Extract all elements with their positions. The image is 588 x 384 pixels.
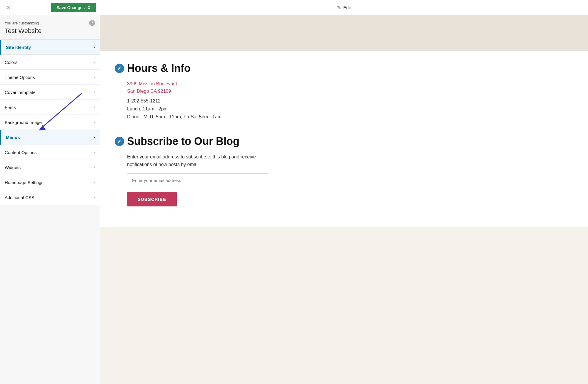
sidebar-item-label: Site Identity	[6, 45, 31, 50]
sidebar-item-widgets[interactable]: Widgets›	[0, 160, 100, 175]
chevron-right-icon: ›	[94, 75, 95, 80]
address-link[interactable]: 3999 Mission Boulevard, San Diego CA 921…	[127, 80, 573, 95]
sidebar-item-content-options[interactable]: Content Options›	[0, 145, 100, 160]
subscribe-button[interactable]: SUBSCRIBE	[127, 192, 177, 206]
pencil-icon	[117, 66, 122, 71]
customizing-text: You are customizing	[5, 21, 39, 25]
main-topbar: ✎ Edit	[100, 0, 588, 15]
nav-list: Site Identity›Colors›Theme Options›Cover…	[0, 40, 100, 205]
sidebar-item-site-identity[interactable]: Site Identity›	[0, 40, 100, 55]
sidebar-item-label: Menus	[6, 135, 20, 140]
sidebar-item-label: Content Options	[5, 150, 36, 155]
chevron-right-icon: ›	[94, 105, 95, 110]
sidebar-item-homepage-settings[interactable]: Homepage Settings›	[0, 175, 100, 190]
preview-area: Hours & Info 3999 Mission Boulevard, San…	[100, 15, 588, 384]
sidebar-item-fonts[interactable]: Fonts›	[0, 100, 100, 115]
sidebar-item-label: Homepage Settings	[5, 180, 44, 185]
subscribe-section-heading: Subscribe to Our Blog	[115, 135, 573, 147]
sidebar-item-label: Fonts	[5, 105, 16, 110]
chevron-right-icon: ›	[94, 165, 95, 170]
phone-text: 1-202-555-1212	[127, 97, 573, 105]
gear-icon: ⚙	[87, 5, 91, 10]
close-button[interactable]: ✕	[4, 3, 13, 12]
hours-info-block: 3999 Mission Boulevard, San Diego CA 921…	[115, 80, 573, 121]
sidebar-item-label: Widgets	[5, 165, 21, 170]
chevron-right-icon: ›	[94, 180, 95, 185]
save-changes-button[interactable]: Save Changes ⚙	[51, 3, 96, 12]
customizing-label: You are customizing ?	[0, 15, 100, 27]
sidebar: ✕ Save Changes ⚙ You are customizing ? T…	[0, 0, 100, 384]
email-input[interactable]	[127, 173, 268, 187]
lunch-text: Lunch: 11am - 2pm	[127, 105, 573, 113]
chevron-right-icon: ›	[94, 44, 95, 50]
preview-content: Hours & Info 3999 Mission Boulevard, San…	[100, 51, 588, 227]
main-area: ✎ Edit Hours & Info 3999 Mission Bouleva…	[100, 0, 588, 384]
sidebar-item-label: Background Image	[5, 120, 42, 125]
chevron-right-icon: ›	[94, 135, 95, 140]
site-name: Test Website	[0, 27, 100, 40]
edit-label: Edit	[343, 5, 351, 10]
dinner-text: Dinner: M-Th 5pm - 11pm, Fri-Sat:5pm - 1…	[127, 113, 573, 121]
save-label: Save Changes	[56, 5, 85, 10]
pencil-icon-2	[117, 139, 122, 144]
chevron-right-icon: ›	[94, 90, 95, 95]
chevron-right-icon: ›	[94, 120, 95, 125]
sidebar-item-label: Cover Template	[5, 90, 36, 95]
subscribe-heading: Subscribe to Our Blog	[127, 135, 239, 147]
sidebar-item-menus[interactable]: Menus›	[0, 130, 100, 145]
hours-edit-icon[interactable]	[115, 64, 124, 73]
preview-hero	[100, 15, 588, 51]
chevron-right-icon: ›	[94, 150, 95, 155]
hours-heading: Hours & Info	[127, 62, 191, 74]
sidebar-item-label: Colors	[5, 60, 17, 65]
subscribe-edit-icon[interactable]	[115, 137, 124, 146]
sidebar-item-cover-template[interactable]: Cover Template›	[0, 85, 100, 100]
sidebar-item-colors[interactable]: Colors›	[0, 55, 100, 70]
sidebar-item-label: Theme Options	[5, 75, 35, 80]
chevron-right-icon: ›	[94, 195, 95, 200]
help-icon[interactable]: ?	[89, 20, 95, 26]
subscribe-block: Enter your email address to subscribe to…	[115, 153, 573, 206]
chevron-right-icon: ›	[94, 59, 95, 65]
hours-section-heading: Hours & Info	[115, 62, 573, 74]
sidebar-item-background-image[interactable]: Background Image›	[0, 115, 100, 130]
sidebar-header: ✕ Save Changes ⚙	[0, 0, 100, 15]
edit-icon: ✎	[337, 5, 341, 10]
sidebar-item-label: Additional CSS	[5, 195, 34, 200]
subscribe-description: Enter your email address to subscribe to…	[127, 153, 274, 168]
sidebar-item-theme-options[interactable]: Theme Options›	[0, 70, 100, 85]
sidebar-item-additional-css[interactable]: Additional CSS›	[0, 190, 100, 205]
